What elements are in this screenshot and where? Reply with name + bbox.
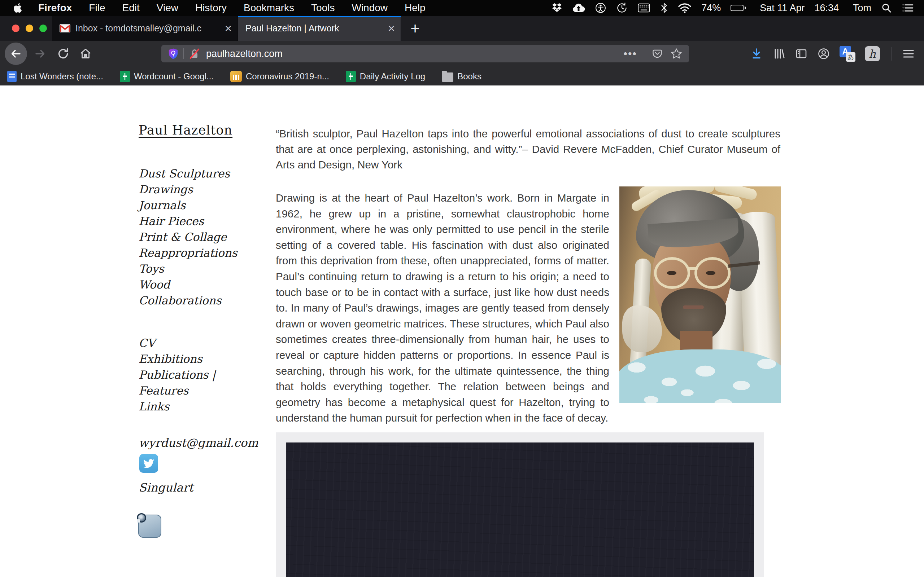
sidebar-item-links[interactable]: Links xyxy=(139,398,216,414)
menu-list-icon[interactable] xyxy=(901,3,914,13)
apple-menu-icon[interactable] xyxy=(13,3,23,13)
dark-artwork-image xyxy=(286,443,754,577)
sidebar-item-hair-pieces[interactable]: Hair Pieces xyxy=(139,213,237,229)
sidebar-item-journals[interactable]: Journals xyxy=(139,197,237,213)
sidebar-item-publications[interactable]: Publications | xyxy=(139,367,216,383)
firefox-nav-toolbar: paulhazelton.com ••• xyxy=(0,41,924,67)
sidebar-item-collaborations[interactable]: Collaborations xyxy=(139,292,237,308)
singulart-link[interactable]: Singulart xyxy=(139,481,193,495)
sidebar-item-wood[interactable]: Wood xyxy=(139,277,237,292)
sidebar-item-toys[interactable]: Toys xyxy=(139,261,237,277)
spotlight-icon[interactable] xyxy=(881,3,892,13)
google-sheets-icon xyxy=(346,71,356,82)
folder-icon xyxy=(442,73,453,82)
accessibility-icon[interactable] xyxy=(595,2,606,14)
sidebar-item-reappropriations[interactable]: Reappropriations xyxy=(139,245,237,261)
back-button[interactable] xyxy=(5,43,27,65)
menu-file[interactable]: File xyxy=(89,2,105,14)
library-icon[interactable] xyxy=(772,47,785,60)
page-actions-icon[interactable]: ••• xyxy=(624,48,637,60)
menu-help[interactable]: Help xyxy=(405,2,426,14)
sidebar-item-exhibitions[interactable]: Exhibitions xyxy=(139,351,216,367)
extension-h-icon[interactable]: h xyxy=(865,46,880,61)
twitter-icon[interactable] xyxy=(139,454,158,473)
sidebar-toggle-icon[interactable] xyxy=(795,47,808,60)
gold-chart-icon xyxy=(230,71,242,82)
sidebar-item-print-collage[interactable]: Print & Collage xyxy=(139,229,237,245)
macos-menubar: Firefox File Edit View History Bookmarks… xyxy=(0,0,924,16)
google-sheets-icon xyxy=(120,71,130,82)
tracking-protection-shield-icon[interactable] xyxy=(168,48,179,60)
wifi-icon[interactable] xyxy=(678,3,691,13)
close-window-button[interactable] xyxy=(12,24,19,32)
battery-percent-label: 74% xyxy=(701,3,721,14)
tab-close-icon[interactable]: × xyxy=(225,23,232,34)
bookmark-daily-activity-log[interactable]: Daily Activity Log xyxy=(346,71,425,82)
keyboard-icon[interactable] xyxy=(637,3,650,13)
url-bar[interactable]: paulhazelton.com ••• xyxy=(162,45,689,62)
window-controls xyxy=(0,16,52,41)
tab-gmail-inbox[interactable]: Inbox - tomdotsmalley@gmail.c × xyxy=(52,16,238,41)
bookmark-coronavirus[interactable]: Coronavirus 2019-n... xyxy=(230,71,329,82)
new-tab-button[interactable]: + xyxy=(401,16,429,41)
instagram-icon[interactable] xyxy=(138,515,162,538)
pocket-icon[interactable] xyxy=(651,48,663,60)
home-button[interactable] xyxy=(78,47,94,60)
minimize-window-button[interactable] xyxy=(26,24,33,32)
downloads-icon[interactable] xyxy=(750,47,763,60)
biography-text: Drawing is at the heart of Paul Hazelton… xyxy=(276,192,609,424)
toolbar-separator xyxy=(891,47,892,61)
account-icon[interactable] xyxy=(817,47,830,60)
screen: Firefox File Edit View History Bookmarks… xyxy=(0,0,924,577)
sidebar-item-features[interactable]: Features xyxy=(139,383,216,398)
menu-history[interactable]: History xyxy=(195,2,227,14)
site-title-link[interactable]: Paul Hazelton xyxy=(139,123,233,137)
dropbox-icon[interactable] xyxy=(551,3,562,13)
url-text[interactable]: paulhazelton.com xyxy=(206,48,624,60)
zoom-window-button[interactable] xyxy=(39,24,47,32)
forward-button[interactable] xyxy=(32,48,48,60)
tab-paul-hazelton[interactable]: Paul Hazelton | Artwork × xyxy=(238,16,401,41)
menu-tools[interactable]: Tools xyxy=(311,2,334,14)
sidebar-item-drawings[interactable]: Drawings xyxy=(139,181,237,197)
time-machine-icon[interactable] xyxy=(616,2,628,14)
fast-user-switch-label[interactable]: Tom xyxy=(853,3,871,14)
page-content: Paul Hazelton Dust Sculptures Drawings J… xyxy=(0,85,924,577)
gmail-icon xyxy=(60,24,70,32)
bookmark-star-icon[interactable] xyxy=(670,48,683,60)
bookmark-lost-wonders[interactable]: Lost Wonders (note... xyxy=(7,71,103,82)
sidebar-nav-primary: Dust Sculptures Drawings Journals Hair P… xyxy=(139,166,237,308)
hamburger-menu-icon[interactable] xyxy=(902,48,914,59)
menu-edit[interactable]: Edit xyxy=(122,2,139,14)
pull-quote: “British sculptor, Paul Hazelton taps in… xyxy=(276,126,780,172)
cloud-upload-icon[interactable] xyxy=(572,3,585,13)
toolbar-right-icons: A あ h xyxy=(750,46,914,62)
sidebar-nav-secondary: CV Exhibitions Publications | Features L… xyxy=(139,335,216,414)
menu-bookmarks[interactable]: Bookmarks xyxy=(244,2,294,14)
bookmark-folder-books[interactable]: Books xyxy=(442,71,481,82)
urlbar-separator xyxy=(183,48,184,59)
artwork-figure xyxy=(276,432,764,577)
reload-button[interactable] xyxy=(55,47,71,60)
translate-extension-icon[interactable]: A あ xyxy=(840,46,855,62)
menubar-date[interactable]: Sat 11 Apr xyxy=(760,3,804,14)
firefox-tab-bar: Inbox - tomdotsmalley@gmail.c × Paul Haz… xyxy=(0,16,924,41)
tab-title: Inbox - tomdotsmalley@gmail.c xyxy=(76,23,220,34)
menubar-clock[interactable]: 16:34 xyxy=(814,3,839,14)
menu-window[interactable]: Window xyxy=(352,2,388,14)
bookmarks-toolbar: Lost Wonders (note... Wordcount - Googl.… xyxy=(0,67,924,85)
biography-article: Drawing is at the heart of Paul Hazelton… xyxy=(276,190,781,426)
battery-icon xyxy=(730,5,746,11)
bluetooth-icon[interactable] xyxy=(660,2,668,14)
google-docs-icon xyxy=(7,71,16,82)
tab-title: Paul Hazelton | Artwork xyxy=(246,23,383,34)
contact-email[interactable]: wyrdust@gmail.com xyxy=(139,436,258,450)
tab-close-icon[interactable]: × xyxy=(388,23,395,34)
menubar-status-area: 74% Sat 11 Apr 16:34 Tom xyxy=(551,2,914,14)
menu-firefox[interactable]: Firefox xyxy=(38,2,72,14)
sidebar-item-cv[interactable]: CV xyxy=(139,335,216,351)
bookmark-wordcount[interactable]: Wordcount - Googl... xyxy=(120,71,214,82)
sidebar-item-dust-sculptures[interactable]: Dust Sculptures xyxy=(139,166,237,181)
menu-view[interactable]: View xyxy=(157,2,178,14)
insecure-lock-icon[interactable] xyxy=(189,48,200,60)
